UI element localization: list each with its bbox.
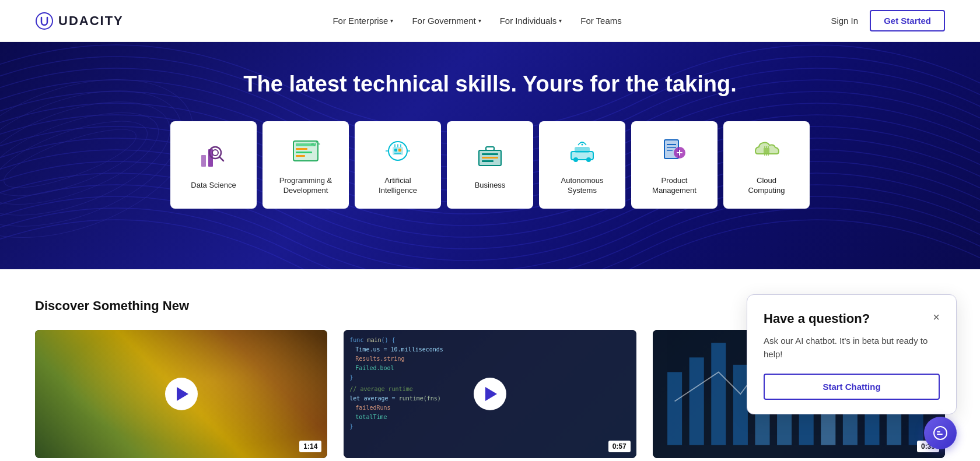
autonomous-label: AutonomousSystems (561, 176, 604, 196)
svg-rect-20 (394, 149, 397, 152)
autonomous-icon (565, 134, 599, 168)
video-card-1[interactable]: 1:14 (35, 330, 327, 458)
hero-section: The latest technical skills. Yours for t… (0, 42, 980, 269)
svg-rect-32 (482, 160, 494, 162)
programming-label: Programming &Development (279, 176, 332, 196)
chevron-down-icon: ▾ (390, 17, 393, 24)
ai-label: ArtificialIntelligence (379, 176, 417, 196)
svg-rect-55 (667, 372, 682, 445)
business-icon (473, 139, 507, 173)
navbar: UDACITY For Enterprise ▾ For Government … (0, 0, 980, 42)
play-button-2[interactable] (474, 378, 506, 410)
cloud-label: CloudComputing (748, 176, 785, 196)
nav-for-enterprise[interactable]: For Enterprise ▾ (332, 16, 393, 26)
svg-rect-33 (486, 147, 494, 150)
category-card-business[interactable]: Business (447, 121, 533, 209)
cloud-icon (750, 134, 783, 168)
svg-point-9 (212, 150, 218, 156)
ai-icon (381, 134, 415, 168)
video-duration-2: 0:57 (608, 441, 631, 452)
svg-rect-6 (201, 155, 206, 167)
udacity-logo-icon (35, 12, 54, 30)
sign-in-button[interactable]: Sign In (831, 16, 858, 26)
category-cards-container: Data Science </> Programming &Developmen (35, 121, 945, 209)
hero-title: The latest technical skills. Yours for t… (35, 71, 945, 98)
svg-rect-15 (296, 152, 312, 153)
svg-rect-48 (764, 148, 769, 154)
business-label: Business (475, 181, 506, 191)
svg-point-39 (582, 143, 583, 145)
product-mgmt-label: ProductManagement (652, 176, 696, 196)
svg-rect-56 (689, 357, 704, 445)
nav-for-government[interactable]: For Government ▾ (412, 16, 481, 26)
svg-line-10 (219, 157, 223, 161)
chatbot-close-button[interactable]: × (933, 311, 940, 323)
programming-icon: </> (289, 134, 323, 168)
svg-rect-31 (482, 157, 498, 159)
svg-rect-21 (398, 149, 401, 152)
chatbot-header: Have a question? × (764, 311, 940, 326)
chatbot-fab-button[interactable] (924, 417, 957, 449)
video-thumbnail-2: func main() { Time.us = 10.milliseconds … (344, 330, 636, 458)
play-button-1[interactable] (165, 378, 198, 410)
svg-point-38 (586, 157, 591, 162)
nav-actions: Sign In Get Started (831, 10, 945, 31)
chatbot-popup: Have a question? × Ask our AI chatbot. I… (747, 294, 957, 414)
svg-rect-36 (575, 147, 590, 153)
svg-rect-57 (711, 343, 726, 445)
video-duration-1: 1:14 (299, 441, 321, 452)
video-card-2[interactable]: func main() { Time.us = 10.milliseconds … (344, 330, 636, 458)
product-mgmt-icon (657, 134, 691, 168)
svg-point-37 (573, 157, 578, 162)
svg-text:</>: </> (311, 141, 321, 147)
hero-content: The latest technical skills. Yours for t… (35, 71, 945, 209)
chatbot-fab-icon (932, 425, 949, 441)
chatbot-start-chatting-button[interactable]: Start Chatting (764, 374, 940, 400)
svg-rect-58 (733, 365, 748, 445)
category-card-product-mgmt[interactable]: ProductManagement (631, 121, 718, 209)
chatbot-title: Have a question? (764, 311, 870, 326)
nav-for-teams[interactable]: For Teams (580, 16, 622, 26)
brand-name: UDACITY (58, 13, 124, 29)
svg-rect-19 (393, 147, 403, 155)
nav-links: For Enterprise ▾ For Government ▾ For In… (332, 16, 621, 26)
chevron-down-icon: ▾ (559, 17, 562, 24)
category-card-programming[interactable]: </> Programming &Development (262, 121, 349, 209)
video-thumbnail-1: 1:14 (35, 330, 327, 458)
nav-for-individuals[interactable]: For Individuals ▾ (500, 16, 562, 26)
svg-rect-16 (296, 155, 305, 157)
get-started-button[interactable]: Get Started (870, 10, 945, 31)
svg-rect-30 (482, 153, 498, 155)
chatbot-description: Ask our AI chatbot. It's in beta but rea… (764, 335, 940, 361)
category-card-ai[interactable]: ArtificialIntelligence (355, 121, 441, 209)
chevron-down-icon: ▾ (478, 17, 481, 24)
category-card-cloud[interactable]: CloudComputing (723, 121, 810, 209)
category-card-autonomous[interactable]: AutonomousSystems (539, 121, 625, 209)
data-science-label: Data Science (191, 181, 236, 191)
category-card-data-science[interactable]: Data Science (170, 121, 257, 209)
svg-rect-14 (296, 148, 307, 150)
data-science-icon (197, 139, 230, 173)
brand-logo[interactable]: UDACITY (35, 12, 124, 30)
